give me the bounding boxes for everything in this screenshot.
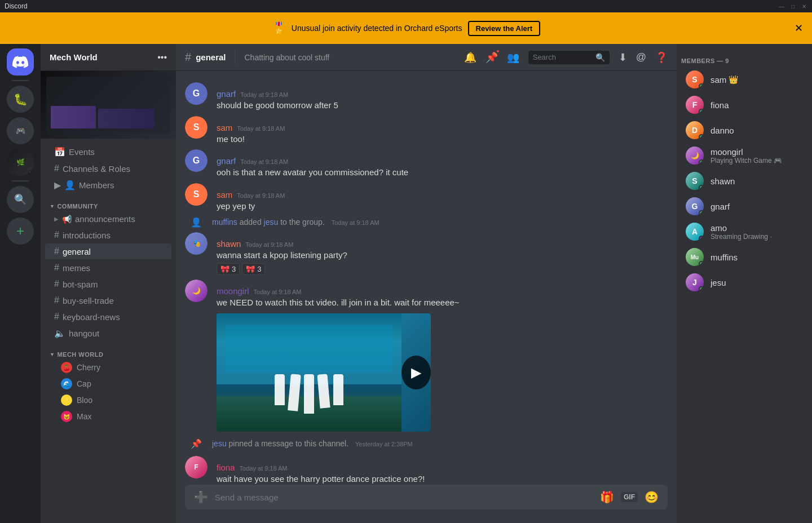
gif-button[interactable]: GIF xyxy=(621,492,638,502)
member-name-jesu: jesu xyxy=(710,278,803,287)
messages-area: G gnarf Today at 9:18 AM should be good … xyxy=(176,71,677,485)
member-status-fiona xyxy=(699,109,704,114)
help-icon[interactable]: ❓ xyxy=(655,51,668,64)
channel-item-general[interactable]: # general xyxy=(45,243,171,259)
close-button[interactable]: ✕ xyxy=(801,3,807,10)
download-icon[interactable]: ⬇ xyxy=(619,51,627,64)
subchannel-cap[interactable]: 🌊 Cap xyxy=(45,376,171,392)
add-attachment-button[interactable]: ➕ xyxy=(194,490,208,504)
message-author[interactable]: gnarf xyxy=(217,89,236,99)
member-avatar-muffins: Mu xyxy=(686,248,704,266)
video-play-button[interactable]: ▶ xyxy=(401,356,431,389)
minimize-button[interactable]: — xyxy=(778,3,785,10)
member-item-shawn[interactable]: S shawn xyxy=(681,169,807,193)
message-text: should be good tomorrow after 5 xyxy=(217,100,668,112)
titlebar: Discord — □ ✕ xyxy=(0,0,812,12)
subchannel-bloo[interactable]: ⭐ Bloo xyxy=(45,392,171,408)
server-icon-1[interactable]: 🐛 xyxy=(7,86,34,113)
member-item-jesu[interactable]: J jesu xyxy=(681,270,807,295)
discord-home-icon[interactable] xyxy=(7,48,34,76)
review-alert-button[interactable]: Review the Alert xyxy=(468,21,541,36)
video-embed[interactable]: ▶ xyxy=(217,313,431,432)
channel-item-memes[interactable]: # memes xyxy=(45,260,171,276)
system-author[interactable]: muffins xyxy=(212,218,237,227)
message-author[interactable]: sam xyxy=(217,190,232,200)
alert-close-button[interactable]: ✕ xyxy=(795,22,803,34)
channel-item-bot-spam[interactable]: # bot-spam xyxy=(45,276,171,292)
channel-sidebar: Mech World ••• 📅 Events # xyxy=(41,44,176,523)
system-mention[interactable]: jesu xyxy=(264,218,279,227)
message-author[interactable]: gnarf xyxy=(217,156,236,166)
add-server-button[interactable]: + xyxy=(7,218,34,245)
member-item-danno[interactable]: D danno xyxy=(681,118,807,143)
member-item-muffins[interactable]: Mu muffins xyxy=(681,245,807,269)
channel-item-events[interactable]: 📅 Events xyxy=(45,144,171,160)
message-input[interactable] xyxy=(215,486,593,508)
reaction-1[interactable]: 🎀 3 xyxy=(217,263,240,275)
community-section-header[interactable]: ▼ COMMUNITY xyxy=(41,194,176,211)
message-author[interactable]: sam xyxy=(217,123,232,132)
member-name-gnarf: gnarf xyxy=(710,202,803,211)
emoji-button[interactable]: 😊 xyxy=(645,490,659,504)
member-avatar-jesu: J xyxy=(686,273,704,291)
members-toggle-icon[interactable]: 👥 xyxy=(507,51,519,64)
introductions-hash-icon: # xyxy=(54,230,59,240)
pin-author[interactable]: jesu xyxy=(212,439,227,448)
notification-bell-icon[interactable]: 🔔 xyxy=(464,51,476,64)
server-icon-2[interactable]: 🎮 xyxy=(7,117,34,144)
member-avatar-gnarf: G xyxy=(686,197,704,215)
avatar-moongirl[interactable]: 🌙 xyxy=(185,280,208,302)
message-author[interactable]: shawn xyxy=(217,239,241,249)
avatar-shawn[interactable]: 🎭 xyxy=(185,232,208,255)
member-name-amo: amo xyxy=(710,223,803,233)
member-item-gnarf[interactable]: G gnarf xyxy=(681,194,807,219)
channel-item-introductions[interactable]: # introductions xyxy=(45,227,171,243)
keyboard-news-hash-icon: # xyxy=(54,312,59,322)
maximize-button[interactable]: □ xyxy=(789,3,796,10)
reaction-2[interactable]: 🎀 3 xyxy=(242,263,265,275)
avatar-gnarf-2[interactable]: G xyxy=(185,149,208,172)
gift-icon[interactable]: 🎁 xyxy=(600,490,614,504)
channel-item-buy-sell-trade[interactable]: # buy-sell-trade xyxy=(45,292,171,308)
pin-icon[interactable]: 📌 xyxy=(486,51,498,64)
events-icon: 📅 xyxy=(54,147,65,157)
member-name-muffins: muffins xyxy=(710,252,803,262)
member-item-sam[interactable]: S sam 👑 xyxy=(681,67,807,92)
avatar-sam[interactable]: S xyxy=(185,116,208,139)
avatar-gnarf[interactable]: G xyxy=(185,82,208,105)
message-author[interactable]: fiona xyxy=(217,463,235,472)
chat-header: # general Chatting about cool stuff 🔔 📌 … xyxy=(176,44,677,71)
avatar-sam-2[interactable]: S xyxy=(185,183,208,206)
channel-item-hangout[interactable]: 🔈 hangout xyxy=(45,325,171,342)
server-options-icon[interactable]: ••• xyxy=(157,52,167,63)
message-author[interactable]: moongirl xyxy=(217,286,249,296)
member-item-amo[interactable]: A amo Streaming Drawing · xyxy=(681,219,807,244)
server-header[interactable]: Mech World ••• xyxy=(41,44,176,71)
subchannel-cherry[interactable]: 🍒 Cherry xyxy=(45,360,171,375)
channel-item-announcements[interactable]: ▶ 📢 announcements xyxy=(45,211,171,227)
server-icon-mech-world[interactable]: 🌿 xyxy=(7,149,34,176)
members-list: MEMBERS — 9 S sam 👑 F fiona xyxy=(677,44,812,523)
member-status-danno xyxy=(699,134,704,139)
bloo-avatar: ⭐ xyxy=(61,395,72,406)
memes-hash-icon: # xyxy=(54,263,59,273)
community-arrow: ▼ xyxy=(50,203,55,209)
mech-world-section-header[interactable]: ▼ Mech World xyxy=(41,342,176,359)
avatar-fiona[interactable]: F xyxy=(185,456,208,478)
channel-item-keyboard-news[interactable]: # keyboard-news xyxy=(45,309,171,325)
member-item-fiona[interactable]: F fiona xyxy=(681,92,807,117)
server-divider-2 xyxy=(11,180,29,181)
member-item-moongirl[interactable]: 🌙 moongirl Playing Witch Game 🎮 xyxy=(681,143,807,168)
inbox-icon[interactable]: @ xyxy=(636,51,646,63)
pin-icon: 📌 xyxy=(191,438,202,449)
member-avatar-danno: D xyxy=(686,121,704,139)
explore-servers-button[interactable]: 🔍 xyxy=(7,186,34,213)
subchannel-max[interactable]: 😺 Max xyxy=(45,409,171,424)
channel-item-channels-roles[interactable]: # Channels & Roles xyxy=(45,161,171,176)
header-actions: 🔔 📌 👥 🔍 ⬇ @ ❓ xyxy=(464,51,668,64)
system-message-add: 👤 muffins added jesu to the group. Today… xyxy=(176,215,677,230)
channel-item-members[interactable]: ▶ 👤 Members xyxy=(45,177,171,193)
search-input[interactable] xyxy=(533,53,592,61)
message-content: moongirl Today at 9:18 AM we NEED to wat… xyxy=(217,286,668,432)
search-box[interactable]: 🔍 xyxy=(528,51,610,64)
